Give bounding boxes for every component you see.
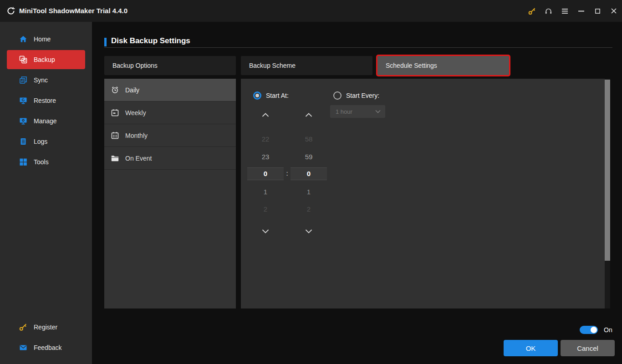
alarm-clock-icon [111,86,119,94]
start-at-label: Start At: [266,92,289,99]
minute-up-icon[interactable] [291,112,327,117]
sidebar: Home Backup [0,22,92,364]
hour-up-icon[interactable] [247,112,284,117]
tools-icon [19,158,27,166]
calendar-week-icon [111,108,119,117]
sidebar-item-label: Logs [34,138,47,145]
radio-unselected-icon [333,91,342,100]
logs-icon [19,137,27,146]
calendar-month-icon [111,131,119,140]
titlebar: MiniTool ShadowMaker Trial 4.4.0 [0,0,622,22]
frequency-label: On Event [125,155,152,162]
sync-icon [19,76,27,84]
sidebar-item-restore[interactable]: Restore [0,90,92,111]
interval-dropdown[interactable]: 1 hour [330,105,385,118]
title-accent-bar [104,38,107,46]
toggle-knob [591,327,597,333]
start-at-radio[interactable]: Start At: [253,91,289,100]
maximize-icon[interactable] [589,0,606,22]
window-title: MiniTool ShadowMaker Trial 4.4.0 [19,0,127,22]
minute-selected-value: 0 [291,167,327,180]
interval-value: 1 hour [336,108,352,115]
sidebar-item-label: Manage [34,117,57,125]
minimize-icon[interactable] [573,0,589,22]
hour-option[interactable]: 23 [247,151,284,163]
sidebar-item-label: Backup [34,56,55,63]
start-every-radio[interactable]: Start Every: [333,91,379,100]
radio-selected-icon [253,91,261,100]
page-title: Disk Backup Settings [111,36,190,46]
minute-option[interactable]: 59 [291,151,327,163]
envelope-icon [19,344,27,352]
scrollbar-thumb[interactable] [605,80,610,261]
sidebar-item-label: Tools [34,158,49,166]
close-icon[interactable] [606,0,622,22]
frequency-label: Weekly [125,109,146,116]
minute-option[interactable]: 2 [291,203,327,215]
tab-schedule-settings[interactable]: Schedule Settings [377,56,509,75]
hour-down-icon[interactable] [247,229,284,234]
header-divider [104,47,612,48]
titlebar-buttons [524,0,622,22]
sidebar-item-label: Sync [34,76,48,84]
sidebar-item-label: Register [34,324,57,331]
folder-icon [111,154,119,162]
backup-icon [19,56,27,64]
cancel-button[interactable]: Cancel [561,340,615,356]
schedule-content-panel: Start At: Start Every: 1 hour 22 23 0 1 … [241,79,610,308]
frequency-item-daily[interactable]: Daily [104,79,236,101]
sidebar-item-manage[interactable]: Manage [0,111,92,131]
sidebar-item-backup[interactable]: Backup [7,50,85,69]
frequency-panel: Daily Weekly [104,79,236,308]
chevron-down-icon [375,110,381,113]
sidebar-item-label: Feedback [34,344,61,351]
sidebar-item-logs[interactable]: Logs [0,131,92,152]
manage-icon [19,117,27,125]
restore-icon [19,96,27,105]
scrollbar-track[interactable] [605,79,610,308]
sidebar-bottom: Register Feedback [0,317,92,358]
sidebar-item-sync[interactable]: Sync [0,70,92,90]
frequency-label: Daily [125,86,139,94]
ok-button[interactable]: OK [504,340,558,356]
frequency-item-monthly[interactable]: Monthly [104,124,236,147]
hour-option[interactable]: 1 [247,186,284,198]
frequency-item-on-event[interactable]: On Event [104,147,236,170]
key-icon[interactable] [524,0,540,22]
minitool-logo-icon [6,6,15,15]
tab-backup-options[interactable]: Backup Options [104,56,236,75]
hour-selected-value: 0 [247,167,284,180]
start-every-label: Start Every: [346,92,379,99]
minute-option[interactable]: 58 [291,133,327,145]
sidebar-item-feedback[interactable]: Feedback [0,337,92,358]
minute-down-icon[interactable] [291,229,327,234]
app-window: MiniTool ShadowMaker Trial 4.4.0 [0,0,622,364]
toggle-state-label: On [604,324,612,335]
frequency-item-weekly[interactable]: Weekly [104,101,236,124]
tab-backup-scheme[interactable]: Backup Scheme [241,56,372,75]
sidebar-item-label: Restore [34,97,56,104]
headset-icon[interactable] [540,0,556,22]
hour-option[interactable]: 2 [247,203,284,215]
schedule-toggle[interactable] [580,326,598,334]
sidebar-item-register[interactable]: Register [0,317,92,337]
sidebar-item-label: Home [34,35,51,43]
menu-icon[interactable] [556,0,573,22]
sidebar-item-tools[interactable]: Tools [0,152,92,172]
time-separator: : [284,167,291,180]
key-icon [19,323,27,331]
sidebar-nav: Home Backup [0,29,92,172]
home-icon [19,35,27,43]
minute-option[interactable]: 1 [291,186,327,198]
sidebar-item-home[interactable]: Home [0,29,92,49]
frequency-label: Monthly [125,132,148,139]
hour-option[interactable]: 22 [247,133,284,145]
